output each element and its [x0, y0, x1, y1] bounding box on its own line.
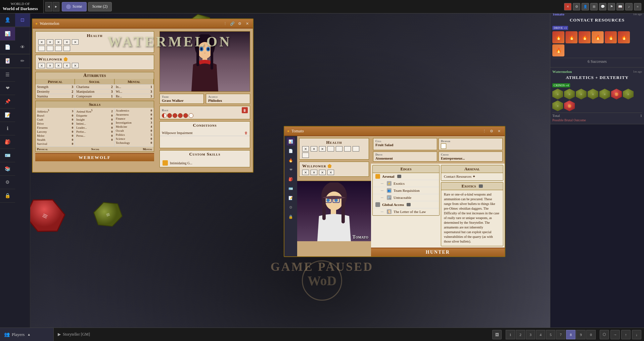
tomato-bag-icon[interactable]: 🎒	[287, 175, 295, 183]
more-icon[interactable]: ⋮	[222, 20, 228, 27]
sidebar-icon-note[interactable]: 📝	[0, 109, 15, 122]
sidebar-icon-lock[interactable]: 🔒	[0, 189, 15, 203]
hbox-5[interactable]	[72, 39, 79, 45]
rage-dot-4[interactable]	[178, 113, 183, 118]
tomato-wp-4[interactable]	[327, 170, 334, 175]
tomato-close-icon[interactable]: ✕	[496, 128, 502, 134]
top-right-icons: ✕ ⚙ 👤 ⊞ 💬 ⚑ 📖 ♪ ≡	[564, 3, 644, 10]
add-image-btn[interactable]: 🖼	[492, 330, 502, 339]
wp-1[interactable]	[38, 63, 45, 68]
sidebar-icon-gear[interactable]: ⚙	[0, 176, 15, 189]
sidebar-icon-info[interactable]: ℹ	[0, 122, 15, 135]
sidebar-icon-target[interactable]: ⊡	[15, 13, 30, 27]
rage-dot-5[interactable]	[183, 113, 188, 118]
settings-icon[interactable]: ≡	[634, 3, 641, 10]
wp-2[interactable]	[47, 63, 53, 68]
tomato-note-icon[interactable]: 📝	[287, 194, 295, 202]
tomato-hbox-7[interactable]	[353, 146, 359, 152]
tab-scene[interactable]: Scene	[62, 2, 87, 11]
sidebar-icon-id[interactable]: 🪪	[0, 149, 15, 162]
wp-5[interactable]	[72, 63, 79, 68]
scene-5[interactable]: 5	[546, 330, 555, 339]
music-icon[interactable]: ♪	[625, 3, 633, 10]
hbox-1[interactable]	[38, 39, 45, 45]
sidebar-icon-book2[interactable]: 📚	[0, 162, 15, 176]
tomato-chart-icon[interactable]: 📊	[287, 137, 295, 145]
scene-1[interactable]: 1	[506, 330, 515, 339]
hbox-4[interactable]	[63, 39, 70, 45]
down-btn[interactable]: ↓	[632, 330, 641, 339]
rage-delete-btn[interactable]: 🗑	[242, 107, 248, 113]
wp-3[interactable]	[55, 63, 62, 68]
tomato-settings-icon[interactable]: ⚙	[489, 128, 495, 134]
gear-icon[interactable]: ⚙	[573, 3, 580, 10]
despair-box: Despair	[439, 138, 503, 150]
nav-forward[interactable]: ►	[53, 2, 59, 11]
rage-dot-1[interactable]	[162, 113, 167, 118]
sidebar-icon-card[interactable]: 🃏	[0, 54, 15, 68]
tomato-hbox-4[interactable]	[327, 146, 334, 152]
sidebar-icon-bag[interactable]: 🎒	[0, 135, 15, 149]
close-icon[interactable]: ✕	[564, 3, 571, 10]
scene-3[interactable]: 3	[526, 330, 535, 339]
grid-icon[interactable]: ⊞	[590, 3, 598, 10]
tomato-heart-icon[interactable]: ❤	[287, 166, 295, 174]
sidebar-icon-pin[interactable]: 📌	[0, 95, 15, 109]
scene-0[interactable]: 0	[586, 330, 596, 339]
arrow-right-btn[interactable]: →	[610, 330, 620, 339]
hbox-6[interactable]	[38, 46, 45, 51]
tomato-hbox-3[interactable]	[319, 146, 326, 152]
wp-4[interactable]	[63, 63, 70, 68]
hbox-7[interactable]	[47, 46, 53, 51]
tomato-gear-icon[interactable]: ⚙	[287, 203, 295, 211]
rage-dot-6[interactable]	[189, 113, 193, 118]
tomato-doc-icon[interactable]: 📄	[287, 147, 295, 155]
settings-icon2[interactable]: ⚙	[237, 20, 243, 27]
sidebar-icon-heart[interactable]: ❤	[0, 82, 15, 95]
tomato-fire-icon[interactable]: 🔥	[287, 156, 295, 164]
close-icon2[interactable]: ✕	[244, 20, 250, 27]
hbox-9[interactable]	[63, 46, 70, 51]
chat-icon[interactable]: 💬	[599, 3, 606, 10]
scene-9[interactable]: 9	[576, 330, 586, 339]
tomato-hbox-6[interactable]	[344, 146, 351, 152]
tomato-more-icon[interactable]: ⋮	[481, 128, 487, 134]
tomato-wp-1[interactable]	[302, 170, 309, 175]
tab-scene2[interactable]: Scene (2)	[88, 2, 112, 11]
sidebar-icon-chart[interactable]: 📊	[0, 27, 15, 41]
scene-2[interactable]: 2	[516, 330, 525, 339]
link-icon[interactable]: 🔗	[229, 20, 235, 27]
scene-8[interactable]: 8	[566, 330, 576, 339]
die-flame-5: 🔥	[605, 31, 617, 43]
user-icon[interactable]: 👤	[582, 3, 589, 10]
rage-dot-3[interactable]	[173, 113, 177, 118]
sidebar-icon-lines[interactable]: ☰	[0, 68, 15, 82]
tomato-hbox-5[interactable]	[336, 146, 342, 152]
sidebar-icon-doc[interactable]: 📄	[0, 41, 15, 54]
tomato-lock-icon[interactable]: 🔒	[287, 213, 295, 221]
tomato-id-icon[interactable]: 🪪	[287, 184, 295, 193]
sidebar-icon-person[interactable]: 👤	[0, 13, 15, 27]
tomato-hbox-8[interactable]	[302, 153, 309, 158]
flag-icon[interactable]: ⚑	[608, 3, 615, 10]
rage-dot-2[interactable]	[167, 113, 172, 118]
tomato-wp-2[interactable]	[311, 170, 317, 175]
players-button[interactable]: 👥 Players ▲	[0, 328, 54, 341]
despair-checkbox[interactable]	[441, 143, 446, 149]
dice-btn[interactable]: ⬡	[600, 330, 609, 339]
nav-back[interactable]: ◄	[45, 2, 52, 11]
scene-7[interactable]: 7	[556, 330, 565, 339]
condition-delete[interactable]: 🗑	[244, 131, 248, 135]
hbox-8[interactable]	[55, 46, 62, 51]
custom-section: Custom Skills Intimidating G...	[159, 150, 250, 167]
sidebar-icon-edit[interactable]: ✏	[15, 54, 30, 68]
scene-4[interactable]: 4	[536, 330, 545, 339]
hbox-3[interactable]	[55, 39, 62, 45]
sidebar-icon-eye[interactable]: 👁	[15, 41, 30, 54]
tomato-wp-3[interactable]	[319, 170, 326, 175]
tomato-hbox-1[interactable]	[302, 146, 309, 152]
up-btn[interactable]: ↑	[621, 330, 631, 339]
tomato-hbox-2[interactable]	[311, 146, 317, 152]
hbox-2[interactable]	[47, 39, 53, 45]
book-icon[interactable]: 📖	[616, 3, 624, 10]
